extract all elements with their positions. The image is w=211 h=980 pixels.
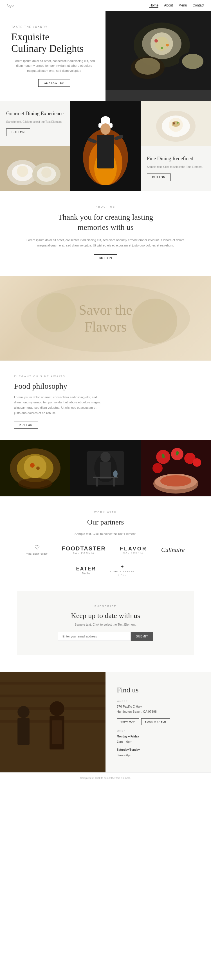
hero-description: Lorem ipsum dolor sit amet, consectetur … [11,59,97,73]
svg-point-7 [161,47,163,49]
subscribe-input[interactable] [58,632,131,641]
svg-point-44 [30,463,35,468]
about-title: Thank you for creating lastingmemories w… [22,212,189,233]
partners-label: WORK WITH [11,511,200,514]
about-button[interactable]: BUTTON [94,255,117,262]
footer-hours-weekday: Monday – Friday 7am – 6pm [117,734,200,745]
partner-best-chef: ♡ THE BEST CHEF [27,544,48,555]
footer-weekday-label: Monday – Friday [117,735,139,738]
gallery-cell-1 [0,440,70,496]
subscribe-form: SUBMIT [40,632,171,641]
svg-point-55 [113,471,117,477]
partner-foodtaster: FOODTASTER CALIFORNIA [62,545,106,554]
about-description: Lorem ipsum dolor sit amet, consectetur … [22,237,189,248]
hero-cta-button[interactable]: CONTACT US [38,79,70,87]
footer-address: 676 Pacific C Hwy Huntington Beach, CA 0… [117,704,200,714]
hero-image [106,11,211,101]
svg-point-32 [17,165,28,177]
footer-where-label: WHERE [117,700,200,703]
philosophy-title: Food philosophy [14,382,101,391]
gallery-image-2 [70,440,141,496]
svg-rect-51 [100,462,111,479]
svg-point-35 [41,168,51,178]
about-section: ABOUT US Thank you for creating lastingm… [0,191,211,276]
philosophy-empty [110,382,197,429]
overlay-line2: Flavors [79,318,132,335]
svg-point-39 [132,299,177,344]
svg-point-27 [173,122,175,124]
partners-section: WORK WITH Our partners Sample text. Clic… [0,496,211,591]
svg-point-26 [171,121,180,127]
fine-dining-text-box: Fine Dining Redefined Sample text. Click… [141,146,211,191]
nav-home[interactable]: Home [149,3,159,8]
chef-image-cell [70,101,141,191]
gallery-image-1 [0,440,70,496]
footer-weekday-time: 7am – 6pm [117,740,132,743]
nav-menu[interactable]: Menu [179,3,187,8]
plates-image [0,146,70,191]
svg-rect-16 [97,135,114,169]
footer-weekend-label: Saturday/Sunday [117,748,140,751]
partner-flavor: FLAVOR CALIFORNIA [120,546,147,554]
svg-point-60 [152,463,163,473]
about-label: ABOUT US [22,205,189,208]
svg-point-28 [177,122,179,124]
bottom-bar: Sample text. Click to select the Text El… [0,772,211,783]
footer-image [0,672,106,772]
partner-culinaire: Culinaire [161,546,185,554]
subscribe-button[interactable]: SUBMIT [131,632,153,641]
hero-text: TASTE THE LUXURY ExquisiteCulinary Delig… [0,11,106,101]
svg-point-66 [160,475,191,487]
svg-rect-78 [0,672,106,772]
food-travel-label: FOOD & TRAVELSINCE [110,570,135,577]
nav-links: Home About Menu Contact [149,3,204,8]
plates-image-cell [0,146,70,191]
footer-section: Find us WHERE 676 Pacific C Hwy Huntingt… [0,672,211,772]
best-chef-label: THE BEST CHEF [27,552,48,555]
gallery-cell-3 [141,440,211,496]
footer-buttons: VIEW MAP BOOK A TABLE [117,718,200,725]
footer-hours: Monday – Friday 7am – 6pm Saturday/Sunda… [117,734,200,758]
culinaire-label: Culinaire [161,546,185,553]
svg-point-11 [182,54,203,69]
overlay-section: Savor the Flavors [0,276,211,361]
partner-eater: EATER Malibu [76,566,96,575]
navbar: logo Home About Menu Contact [0,0,211,11]
philosophy-label: ELEGANT CUISINE AWAITS [14,375,197,378]
foodtaster-label: FOODTASTER [62,545,106,552]
partners-description: Sample text. Click to select the Text El… [11,532,200,536]
view-map-button[interactable]: VIEW MAP [117,718,139,725]
hero-subtitle: TASTE THE LUXURY [11,25,97,29]
nav-contact[interactable]: Contact [193,3,204,8]
logo: logo [7,3,14,8]
hero-title: ExquisiteCulinary Delights [11,31,97,55]
subscribe-label: SUBSCRIBE [40,605,171,608]
foodtaster-sub: CALIFORNIA [62,552,106,554]
subscribe-wrapper: SUBSCRIBE Keep up to date with us Sample… [0,591,211,663]
overlay-text: Savor the Flavors [79,301,132,335]
partners-title: Our partners [11,517,200,527]
grid-section: Gourmet Dining Experience Sample text. C… [0,101,211,191]
nav-about[interactable]: About [164,3,173,8]
svg-rect-53 [96,478,98,487]
flavor-sub: CALIFORNIA [120,552,147,554]
gourmet-button[interactable]: BUTTON [6,129,30,136]
svg-point-46 [18,478,52,489]
fine-dining-title: Fine Dining Redefined [147,156,205,162]
best-chef-icon: ♡ [27,544,48,551]
philosophy-text: Food philosophy Lorem ipsum dolor sit am… [14,382,101,429]
partner-food-travel: ✦ FOOD & TRAVELSINCE [110,564,135,577]
fine-dining-button[interactable]: BUTTON [147,173,171,181]
gourmet-text-box: Gourmet Dining Experience Sample text. C… [0,101,70,146]
food-travel-icon: ✦ [110,564,135,569]
subscribe-description: Sample text. Click to select the Text El… [40,623,171,626]
svg-point-45 [36,466,40,470]
footer-hours-weekend: Saturday/Sunday 8am – 6pm [117,747,200,758]
subscribe-section: SUBSCRIBE Keep up to date with us Sample… [17,591,194,655]
svg-point-61 [193,458,201,467]
philosophy-button[interactable]: BUTTON [14,421,38,429]
footer-info: Find us WHERE 676 Pacific C Hwy Huntingt… [106,672,211,772]
hero-section: TASTE THE LUXURY ExquisiteCulinary Delig… [0,11,211,101]
gourmet-image-cell [141,101,211,146]
book-table-button[interactable]: BOOK A TABLE [141,718,170,725]
